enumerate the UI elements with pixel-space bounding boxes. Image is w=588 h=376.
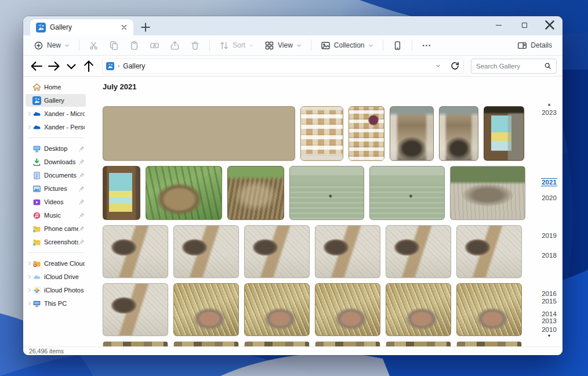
- recent-locations-button[interactable]: [64, 59, 79, 74]
- photo-bird-poster-on-post[interactable]: [484, 106, 524, 161]
- expand-chevron-icon[interactable]: [27, 287, 32, 293]
- expand-chevron-icon[interactable]: [27, 274, 32, 280]
- search-icon: [544, 62, 551, 70]
- photo-sparrow-in-straw-1[interactable]: [173, 283, 239, 336]
- sidebar-item-desktop[interactable]: Desktop: [26, 142, 86, 155]
- photo-nest-in-grass-wide[interactable]: [146, 166, 222, 220]
- expand-chevron-icon[interactable]: [27, 124, 32, 130]
- photo-nest-close[interactable]: [227, 166, 284, 220]
- view-button[interactable]: View: [260, 38, 306, 53]
- forward-button[interactable]: [46, 59, 61, 74]
- sidebar-item-onedrive-personal[interactable]: Xander - Personal: [26, 121, 86, 133]
- expand-chevron-icon[interactable]: [27, 301, 32, 306]
- sidebar-item-gallery[interactable]: Gallery: [26, 94, 86, 107]
- photo-marsh-with-bird-2[interactable]: [369, 166, 445, 220]
- copy-button[interactable]: [104, 38, 124, 53]
- sidebar-item-icloud-photos[interactable]: iCloud Photos: [26, 284, 86, 297]
- photo-visitor-center-panorama[interactable]: [103, 106, 295, 161]
- address-dropdown-icon[interactable]: [435, 63, 441, 68]
- refresh-button[interactable]: [450, 61, 460, 71]
- more-options-button[interactable]: [417, 38, 436, 53]
- photo-bird-poster-close[interactable]: [103, 166, 140, 220]
- photo-clipped-photo-3[interactable]: [244, 341, 310, 346]
- photo-clipped-photo-6[interactable]: [456, 341, 522, 346]
- new-button[interactable]: New: [29, 38, 74, 53]
- sidebar-item-music[interactable]: Music: [26, 209, 86, 222]
- timeline-year-2020[interactable]: 2020: [536, 194, 562, 201]
- phone-link-button[interactable]: [388, 38, 407, 53]
- cut-button[interactable]: [84, 38, 103, 53]
- year-label: 2014: [542, 310, 557, 317]
- timeline-down-icon[interactable]: ▼: [536, 334, 562, 338]
- photo-sparrow-on-sand-6[interactable]: [456, 225, 522, 278]
- sidebar-item-downloads[interactable]: Downloads: [26, 156, 86, 168]
- photo-sparrow-in-straw-5[interactable]: [456, 283, 522, 336]
- timeline-year-2014[interactable]: 2014: [536, 310, 562, 317]
- sidebar-item-creative-cloud-files[interactable]: Creative Cloud Files: [26, 257, 86, 270]
- breadcrumb-item-gallery[interactable]: Gallery: [123, 62, 145, 70]
- sidebar-item-documents[interactable]: Documents: [26, 169, 86, 182]
- sort-button[interactable]: Sort: [215, 38, 259, 53]
- up-button[interactable]: [81, 59, 96, 74]
- delete-button[interactable]: [186, 38, 205, 53]
- paste-button[interactable]: [125, 38, 144, 53]
- timeline-up-icon[interactable]: ▲: [536, 102, 562, 106]
- sidebar-item-label: iCloud Drive: [44, 273, 85, 280]
- new-icon: [34, 41, 43, 50]
- timeline-year-2019[interactable]: 2019: [536, 232, 562, 239]
- photo-marsh-with-bird[interactable]: [289, 166, 364, 220]
- rename-icon: [150, 41, 159, 50]
- photo-clipped-photo-4[interactable]: [315, 341, 380, 346]
- photo-driftwood-on-beach[interactable]: [450, 166, 525, 220]
- timeline-year-2010[interactable]: 2010: [536, 326, 562, 333]
- timeline-year-2018[interactable]: 2018: [536, 252, 562, 259]
- sidebar-item-home[interactable]: Home: [26, 81, 86, 93]
- photo-bulletin-board-2[interactable]: [349, 106, 384, 161]
- photo-row: [103, 283, 525, 336]
- maximize-button[interactable]: [511, 16, 537, 34]
- close-button[interactable]: [537, 16, 562, 34]
- new-tab-button[interactable]: [138, 20, 153, 34]
- collection-button[interactable]: Collection: [316, 38, 378, 53]
- timeline-year-2016[interactable]: 2016: [536, 290, 562, 297]
- photo-sparrow-in-straw-2[interactable]: [244, 283, 310, 336]
- photo-clipped-photo-2[interactable]: [173, 341, 239, 346]
- photo-sparrow-in-straw-3[interactable]: [315, 283, 380, 336]
- photo-interior-windows-2[interactable]: [439, 106, 478, 161]
- sidebar-item-videos[interactable]: Videos: [26, 196, 86, 208]
- sidebar-item-pictures[interactable]: Pictures: [26, 182, 86, 195]
- photo-interior-windows[interactable]: [390, 106, 434, 161]
- photo-sparrow-on-sand-1[interactable]: [103, 225, 168, 278]
- share-button[interactable]: [165, 38, 184, 53]
- sidebar-item-this-pc[interactable]: This PC: [26, 297, 86, 310]
- sidebar-item-phone-camera-roll[interactable]: Phone camera rc: [26, 222, 86, 235]
- photo-bulletin-board[interactable]: [300, 106, 343, 161]
- tab-close-icon[interactable]: [119, 23, 129, 32]
- photo-row: [103, 166, 525, 220]
- minimize-button[interactable]: [486, 16, 511, 34]
- breadcrumb[interactable]: › Gallery: [102, 59, 464, 74]
- photo-sparrow-on-sand-3[interactable]: [244, 225, 310, 278]
- sidebar-item-screenshots[interactable]: Screenshots: [26, 236, 86, 248]
- photo-clipped-photo-1[interactable]: [103, 341, 168, 346]
- back-button[interactable]: [29, 59, 44, 74]
- expand-chevron-icon[interactable]: [27, 261, 32, 266]
- search-input[interactable]: [476, 63, 544, 70]
- photo-clipped-photo-5[interactable]: [386, 341, 451, 346]
- photo-sparrow-in-straw-4[interactable]: [386, 283, 451, 336]
- photo-sparrow-on-sand-5[interactable]: [386, 225, 451, 278]
- timeline-year-2021[interactable]: 2021: [536, 179, 562, 186]
- timeline-year-2023[interactable]: 2023: [536, 109, 562, 116]
- details-button[interactable]: Details: [513, 38, 557, 53]
- photo-sparrow-on-sand-2[interactable]: [173, 225, 239, 278]
- sidebar-item-onedrive-microsoft[interactable]: Xander - Microsoft: [26, 107, 86, 120]
- timeline-year-2013[interactable]: 2013: [536, 317, 562, 324]
- photo-sparrow-on-sand-4[interactable]: [315, 225, 380, 278]
- sidebar-item-icloud-drive[interactable]: iCloud Drive: [26, 270, 86, 283]
- search-box[interactable]: [471, 59, 557, 74]
- rename-button[interactable]: [145, 38, 164, 53]
- timeline-year-2015[interactable]: 2015: [536, 298, 562, 305]
- expand-chevron-icon[interactable]: [27, 111, 32, 117]
- tab-gallery[interactable]: Gallery: [30, 19, 133, 35]
- photo-sparrow-on-sand-7[interactable]: [103, 283, 168, 336]
